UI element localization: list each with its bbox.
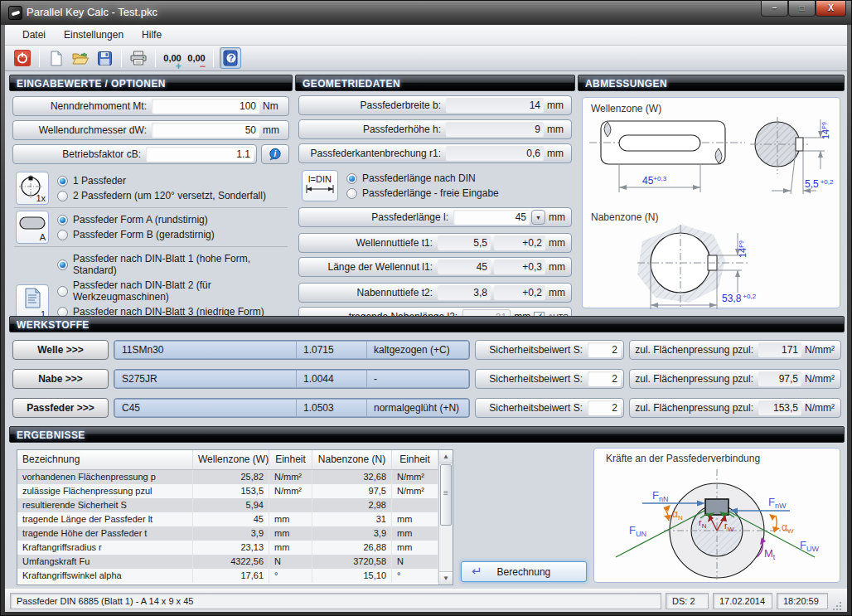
- pzul-value: 171: [758, 342, 801, 357]
- material-number: 1.0503: [297, 400, 366, 416]
- open-file-button[interactable]: [70, 47, 91, 69]
- option-din-blatt-2[interactable]: Passfeder nach DIN-Blatt 2 (für Werkzeug…: [57, 279, 289, 303]
- table-row: Kraftangriffsradius r23,13mm26,88mm: [17, 541, 453, 555]
- option-laenge-din[interactable]: Passfederlänge nach DIN: [346, 172, 499, 184]
- table-row: zulässige Flächenpressung pzul153,5N/mm²…: [17, 484, 453, 498]
- passfeder-count-iconbox: 1x: [16, 172, 49, 205]
- welle-button[interactable]: Welle >>>: [12, 340, 109, 360]
- passfeder-material: C45 1.0503 normalgeglüht (+N): [114, 398, 470, 418]
- passfederbreite-label: Passfederbreite b:: [302, 99, 446, 111]
- window-title: Parallel Key Calc - Test.pkc: [27, 6, 157, 18]
- svg-text:14P9: 14P9: [821, 122, 830, 139]
- sicherheitsbeiwert-label: Sicherheitsbeiwert S:: [478, 373, 588, 385]
- app-icon[interactable]: [8, 6, 22, 20]
- save-button[interactable]: [94, 47, 115, 69]
- svg-text:FnN: FnN: [652, 489, 668, 503]
- berechnung-button[interactable]: ↵ Berechnung: [461, 561, 587, 582]
- werkstoff-row-passfeder: Passfeder >>> C45 1.0503 normalgeglüht (…: [9, 398, 845, 418]
- laenge-din-icon-label: l=DIN: [303, 174, 337, 184]
- svg-text:Mt: Mt: [764, 547, 776, 561]
- option-din-blatt-1[interactable]: Passfeder nach DIN-Blatt 1 (hohe Form, S…: [57, 253, 289, 276]
- col-einheit-w[interactable]: Einheit: [269, 450, 312, 470]
- kantenbrechung-value: 0,6: [446, 146, 544, 161]
- menu-datei[interactable]: Datei: [13, 26, 55, 44]
- decimal-minus-icon: 0,00−: [186, 53, 206, 63]
- radio-icon[interactable]: [57, 230, 68, 240]
- passfederlaenge-input[interactable]: 45: [453, 210, 530, 225]
- wellennut-laenge-value: 45: [438, 259, 491, 274]
- betriebsfaktor-label: Betriebsfaktor cB:: [16, 148, 146, 160]
- open-folder-icon: [72, 51, 90, 65]
- toolbar-separator: [213, 49, 214, 67]
- col-wellenzone[interactable]: Wellenzone (W): [193, 450, 269, 470]
- radio-icon[interactable]: [346, 188, 357, 199]
- col-einheit-n[interactable]: Einheit: [392, 450, 438, 470]
- minimize-button[interactable]: –: [761, 1, 788, 17]
- col-nabenzone[interactable]: Nabenzone (N): [312, 450, 392, 470]
- exit-button[interactable]: [12, 47, 33, 69]
- resize-grip[interactable]: [832, 602, 842, 612]
- betriebsfaktor-input[interactable]: 1.1: [146, 147, 254, 162]
- scroll-down-icon[interactable]: ▼: [439, 571, 453, 584]
- nabennuttiefe-label: Nabennuttiefe t2:: [302, 287, 438, 298]
- table-scrollbar[interactable]: ▲ ▼: [438, 450, 453, 584]
- print-button[interactable]: [128, 47, 149, 69]
- new-file-button[interactable]: [46, 47, 67, 69]
- nenndrehmoment-input[interactable]: 100: [152, 99, 259, 114]
- passfederhoehe-value: 9: [446, 122, 544, 137]
- pzul-value: 153,5: [758, 400, 801, 415]
- enter-icon: ↵: [462, 564, 497, 580]
- scroll-thumb[interactable]: [440, 464, 452, 526]
- radio-selected-icon[interactable]: [57, 215, 68, 226]
- menu-einstellungen[interactable]: Einstellungen: [55, 26, 133, 44]
- titlebar[interactable]: Parallel Key Calc - Test.pkc – □ X: [1, 1, 851, 25]
- radio-selected-icon[interactable]: [57, 176, 68, 187]
- nabennuttiefe-value: 3,8: [438, 285, 491, 300]
- sicherheitsbeiwert-input[interactable]: 2: [588, 400, 621, 415]
- option-laenge-frei[interactable]: Passfederlänge - freie Eingabe: [346, 187, 499, 199]
- option-form-b[interactable]: Passfeder Form B (geradstirnig): [57, 229, 215, 240]
- din-blatt-options: Passfeder nach DIN-Blatt 1 (hohe Form, S…: [57, 250, 289, 321]
- menu-hilfe[interactable]: Hilfe: [133, 26, 171, 44]
- toolbar-separator: [121, 49, 122, 67]
- werkstoff-row-nabe: Nabe >>> S275JR 1.0044 - Sicherheitsbeiw…: [9, 369, 845, 389]
- force-diagram: FnN FnW FUN FUW αN αW rN rW Mt: [594, 464, 840, 580]
- passfederbreite-value: 14: [446, 98, 544, 113]
- material-treatment: kaltgezogen (+C): [367, 342, 468, 358]
- passfederlaenge-dropdown[interactable]: ▼: [531, 210, 545, 225]
- nabe-button[interactable]: Nabe >>>: [12, 369, 109, 389]
- nenndrehmoment-row: Nenndrehmoment Mt: 100 Nm: [12, 96, 289, 116]
- radio-selected-icon[interactable]: [57, 259, 68, 270]
- radio-icon[interactable]: [57, 191, 68, 201]
- status-date: 17.02.2014: [713, 593, 772, 609]
- kantenbrechung-unit: mm: [544, 148, 569, 159]
- close-button[interactable]: X: [816, 1, 846, 17]
- kantenbrechung-label: Passfederkantenbrechung r1:: [302, 148, 446, 159]
- laenge-din-iconbox: l=DIN: [302, 170, 338, 201]
- wellennuttiefe-label: Wellennuttiefe t1:: [302, 237, 438, 249]
- toolbar: 0,00+ 0,00− ?: [5, 46, 847, 71]
- radio-selected-icon[interactable]: [346, 173, 357, 184]
- radio-icon[interactable]: [57, 286, 68, 297]
- table-row: tragende Länge der Passfeder lt45mm31mm: [17, 512, 453, 526]
- col-bezeichnung[interactable]: Bezeichnung: [17, 450, 193, 470]
- passfeder-button[interactable]: Passfeder >>>: [12, 398, 109, 418]
- decimal-increase-button[interactable]: 0,00+: [162, 47, 183, 69]
- welle-material: 11SMn30 1.0715 kaltgezogen (+C): [114, 340, 470, 360]
- wellendurchmesser-input[interactable]: 50: [152, 123, 259, 138]
- option-form-a[interactable]: Passfeder Form A (rundstirnig): [57, 214, 215, 226]
- help-button[interactable]: ?: [220, 47, 241, 69]
- maximize-button[interactable]: □: [788, 1, 816, 17]
- wellendurchmesser-label: Wellendurchmesser dW:: [16, 124, 152, 136]
- info-button[interactable]: i: [261, 144, 289, 164]
- passfeder-count-options: 1 Passfeder 2 Passfedern (um 120° verset…: [57, 172, 266, 205]
- sicherheitsbeiwert-input[interactable]: 2: [588, 371, 621, 386]
- laenge-options: Passfederlänge nach DIN Passfederlänge -…: [346, 169, 499, 202]
- svg-text:45+0,3: 45+0,3: [642, 175, 667, 187]
- app-client-area: Datei Einstellungen Hilfe: [5, 25, 847, 612]
- option-2-passfedern[interactable]: 2 Passfedern (um 120° versetzt, Sonderfa…: [57, 190, 266, 201]
- sicherheitsbeiwert-input[interactable]: 2: [588, 342, 621, 357]
- decimal-decrease-button[interactable]: 0,00−: [186, 47, 207, 69]
- scroll-up-icon[interactable]: ▲: [439, 450, 453, 463]
- option-1-passfeder[interactable]: 1 Passfeder: [57, 175, 266, 187]
